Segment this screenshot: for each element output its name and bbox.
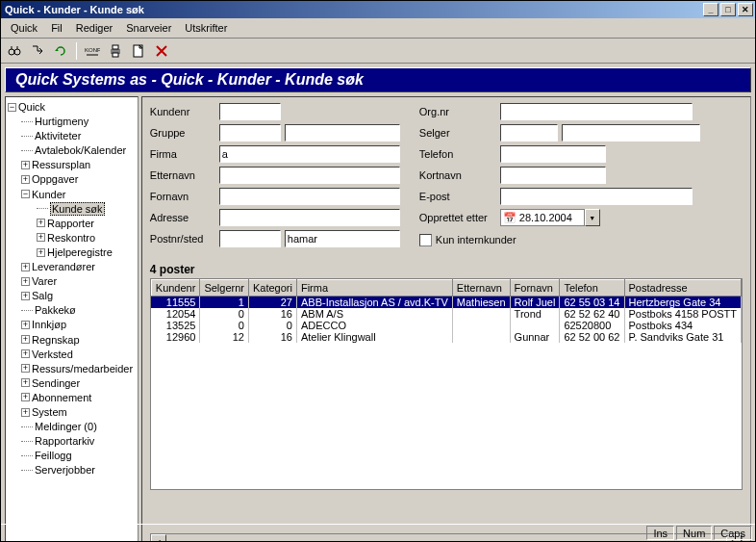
postnr-label: Postnr/sted [150,233,215,245]
tree-item[interactable]: Meldinger (0) [8,419,136,433]
minimize-button[interactable]: _ [703,3,718,16]
statusbar: Ins Num Caps [1,524,755,541]
fornavn-label: Fornavn [150,191,215,202]
tree-item[interactable]: Kunde søk [8,201,136,216]
tree-item[interactable]: +Reskontro [8,230,136,245]
status-num: Num [676,526,712,540]
tree-root[interactable]: −Quick [8,99,136,114]
tree-item[interactable]: +Verksted [8,347,136,361]
status-caps: Caps [714,526,752,540]
sted-input[interactable] [285,230,400,247]
column-header[interactable]: Selgernr [200,280,249,297]
tree-item[interactable]: +Varer [8,273,136,288]
konf-icon[interactable]: KONF [83,41,102,61]
opprettet-label: Opprettet etter [419,212,496,223]
epost-label: E-post [419,191,496,202]
telefon-input[interactable] [500,145,606,163]
postnr-input[interactable] [219,230,281,247]
tree-item[interactable]: Feillogg [8,448,136,462]
kortnavn-label: Kortnavn [419,169,496,181]
close-button[interactable]: ✕ [738,3,753,16]
delete-icon[interactable] [152,41,171,61]
tree-item[interactable]: Hurtigmeny [8,114,136,128]
toolbar: KONF [1,39,755,64]
selger-text-input[interactable] [562,124,700,142]
new-document-icon[interactable] [129,41,148,61]
gruppe-text-input[interactable] [285,124,400,142]
table-row[interactable]: 129601216Atelier KlingwallGunnar62 52 00… [151,331,741,343]
export-icon[interactable] [28,41,47,61]
opprettet-date-input[interactable]: 📅28.10.2004 [500,209,585,226]
column-header[interactable]: Fornavn [510,280,560,297]
telefon-label: Telefon [419,148,496,160]
column-header[interactable]: Kategori [248,280,296,297]
gruppe-label: Gruppe [150,127,215,139]
tree-item[interactable]: +Salg [8,288,136,302]
etternavn-input[interactable] [219,167,400,184]
menu-snarveier[interactable]: Snarveier [120,20,177,36]
intern-checkbox[interactable] [419,234,432,246]
status-ins: Ins [646,526,674,540]
column-header[interactable]: Postadresse [624,280,742,297]
epost-input[interactable] [500,188,693,205]
reload-icon[interactable] [51,41,70,61]
kundenr-label: Kundenr [150,106,215,117]
tree-item[interactable]: Rapportarkiv [8,433,136,448]
binoculars-icon[interactable] [5,41,24,61]
tree-item[interactable]: +Innkjøp [8,317,136,331]
svg-rect-8 [113,53,118,57]
table-row[interactable]: 11555127ABB-Installasjon AS / avd.K-TVMa… [151,297,741,309]
orgnr-label: Org.nr [419,106,496,117]
table-row[interactable]: 12054016ABM A/STrond62 52 62 40Postboks … [151,308,741,320]
fornavn-input[interactable] [219,188,400,205]
adresse-input[interactable] [219,209,400,226]
column-header[interactable]: Firma [296,280,452,297]
tree-item[interactable]: +Hjelperegistre [8,245,136,259]
kortnavn-input[interactable] [500,167,606,184]
results-grid[interactable]: KundenrSelgernrKategoriFirmaEtternavnFor… [150,278,743,490]
orgnr-input[interactable] [500,103,693,120]
tree-item[interactable]: +Sendinger [8,375,136,390]
intern-label: Kun internkunder [436,234,517,245]
tree-item[interactable]: Aktiviteter [8,128,136,142]
column-header[interactable]: Kundenr [151,280,200,297]
menu-utskrifter[interactable]: Utskrifter [179,20,233,36]
menu-quick[interactable]: Quick [5,20,43,36]
navigation-tree[interactable]: −Quick HurtigmenyAktiviteterAvtalebok/Ka… [5,96,139,542]
tree-item[interactable]: +Leverandører [8,259,136,273]
column-header[interactable]: Telefon [560,280,624,297]
tree-item[interactable]: −Kunder [8,187,136,201]
etternavn-label: Etternavn [150,169,215,181]
table-row[interactable]: 1352500ADECCO62520800Postboks 434 [151,320,741,331]
firma-input[interactable] [219,145,400,163]
maximize-button[interactable]: □ [720,3,736,16]
tree-item[interactable]: Serverjobber [8,462,136,477]
tree-item[interactable]: +Oppgaver [8,171,136,186]
menu-fil[interactable]: Fil [45,20,68,36]
svg-point-1 [14,49,20,55]
date-dropdown-button[interactable]: ▼ [585,209,600,226]
kundenr-input[interactable] [219,103,281,120]
tree-item[interactable]: +Abonnement [8,390,136,404]
tree-item[interactable]: Pakkekø [8,302,136,317]
tree-item[interactable]: +Ressursplan [8,157,136,171]
gruppe-code-input[interactable] [219,124,281,142]
tree-item[interactable]: +Regnskap [8,332,136,347]
page-header: Quick Systems as - Quick - Kunder - Kund… [5,67,751,92]
selger-code-input[interactable] [500,124,558,142]
column-header[interactable]: Etternavn [452,280,510,297]
print-icon[interactable] [106,41,125,61]
window-title: Quick - Kunder - Kunde søk [3,4,701,15]
tree-item[interactable]: +Ressurs/medarbeider [8,361,136,375]
titlebar: Quick - Kunder - Kunde søk _ □ ✕ [1,1,755,18]
menu-rediger[interactable]: Rediger [70,20,119,36]
tree-item[interactable]: +Rapporter [8,216,136,230]
result-count: 4 poster [150,263,743,276]
tree-item[interactable]: +System [8,404,136,419]
tree-item[interactable]: Avtalebok/Kalender [8,142,136,157]
content-panel: Kundenr Org.nr Gruppe Selger Firma Telef… [141,96,751,542]
svg-rect-7 [113,45,118,49]
svg-point-0 [9,49,14,55]
selger-label: Selger [419,127,496,139]
firma-label: Firma [150,148,215,160]
